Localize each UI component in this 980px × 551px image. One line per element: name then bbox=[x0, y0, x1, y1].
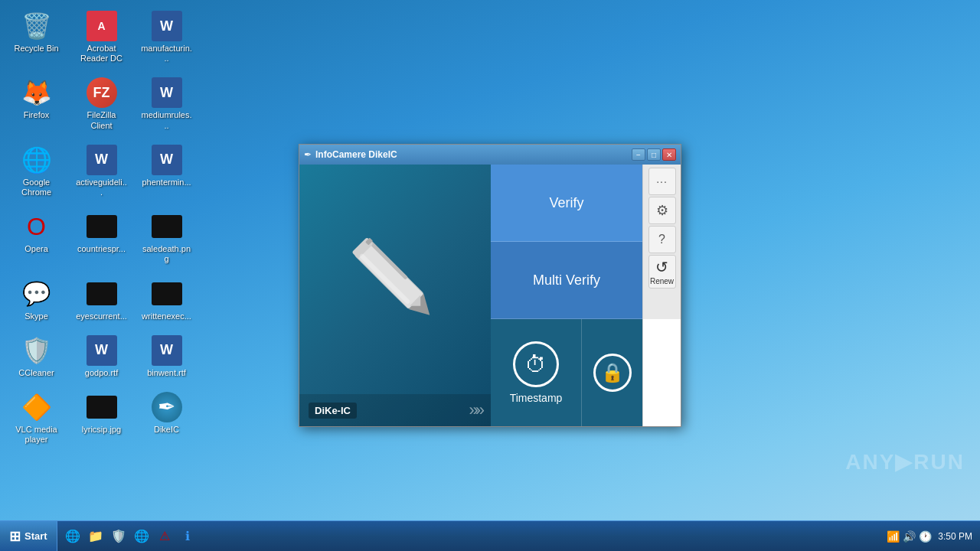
firefox-label: Firefox bbox=[24, 110, 50, 120]
filezilla-icon[interactable]: FZ FileZilla Client bbox=[73, 74, 130, 133]
filezilla-image: FZ bbox=[87, 77, 117, 108]
window-title: InfoCamere DikeIC bbox=[315, 149, 628, 160]
taskbar-time: 3:50 PM bbox=[938, 531, 972, 542]
saledeath-label: saledeath.png bbox=[141, 244, 192, 264]
eyescurrent-icon[interactable]: eyescurrent... bbox=[73, 276, 130, 324]
renew-button[interactable]: ↺ Renew bbox=[648, 255, 676, 289]
close-button[interactable]: ✕ bbox=[662, 148, 676, 161]
binwent-image: W bbox=[152, 335, 182, 366]
ccleaner-label: CCleaner bbox=[18, 368, 54, 378]
start-button[interactable]: ⊞ Start bbox=[0, 521, 57, 551]
acrobat-image: A bbox=[87, 11, 117, 41]
dike-window: ✒ InfoCamere DikeIC − □ ✕ bbox=[299, 144, 681, 427]
countriespr-icon[interactable]: countriespr... bbox=[73, 208, 130, 267]
writtenexec-label: writtenexec... bbox=[142, 311, 191, 321]
lock-button[interactable]: 🔒 bbox=[581, 319, 642, 426]
phentermin-icon[interactable]: W phentermin... bbox=[138, 142, 195, 201]
saledeath-icon[interactable]: saledeath.png bbox=[138, 208, 195, 267]
desktop: 🗑️ Recycle Bin A Acrobat Reader DC W man… bbox=[0, 0, 980, 520]
taskbar-shield-icon[interactable]: 🛡️ bbox=[109, 527, 128, 546]
writtenexec-icon[interactable]: writtenexec... bbox=[138, 276, 195, 324]
taskbar-icons: 🌐 📁 🛡️ 🌐 ⚠ ℹ bbox=[57, 527, 203, 546]
activeguide-label: activeguideli... bbox=[76, 178, 127, 197]
taskbar-ie-icon[interactable]: 🌐 bbox=[64, 527, 82, 546]
acrobat-icon[interactable]: A Acrobat Reader DC bbox=[73, 8, 130, 67]
saledeath-image bbox=[152, 211, 182, 242]
phentermin-label: phentermin... bbox=[142, 178, 191, 187]
skype-image: 💬 bbox=[21, 279, 52, 309]
windows-orb: ⊞ bbox=[9, 528, 21, 545]
manufacturing-label: manufacturin... bbox=[141, 44, 192, 64]
binwent-icon[interactable]: W binwent.rtf bbox=[138, 332, 195, 381]
ccleaner-icon[interactable]: 🛡️ CCleaner bbox=[8, 332, 65, 381]
help-button[interactable]: ? bbox=[648, 226, 676, 253]
recycle-bin-image: 🗑️ bbox=[21, 11, 52, 41]
phentermin-image: W bbox=[152, 145, 182, 175]
volume-icon[interactable]: 🔊 bbox=[903, 530, 916, 543]
start-label: Start bbox=[24, 530, 47, 542]
skype-label: Skype bbox=[24, 311, 48, 321]
godpo-icon[interactable]: W godpo.rtf bbox=[73, 332, 130, 381]
verify-label: Verify bbox=[549, 195, 583, 211]
lyricsip-icon[interactable]: lyricsip.jpg bbox=[73, 389, 130, 448]
dikeic-image: ✒ bbox=[152, 392, 182, 422]
pen-graphic bbox=[299, 165, 491, 394]
recycle-bin-icon[interactable]: 🗑️ Recycle Bin bbox=[8, 8, 65, 67]
mediumrules-icon[interactable]: W mediumrules... bbox=[138, 74, 195, 133]
lock-icon: 🔒 bbox=[593, 354, 632, 392]
countriespr-label: countriespr... bbox=[77, 244, 126, 254]
vlc-label: VLC media player bbox=[11, 425, 62, 445]
activeguide-icon[interactable]: W activeguideli... bbox=[73, 142, 130, 201]
dikeic-label: DikeIC bbox=[154, 425, 179, 435]
sidebar-buttons: ··· ⚙ ? ↺ Renew bbox=[642, 165, 681, 319]
acrobat-label: Acrobat Reader DC bbox=[76, 44, 127, 64]
taskbar-chrome-icon[interactable]: 🌐 bbox=[132, 527, 151, 546]
taskbar: ⊞ Start 🌐 📁 🛡️ 🌐 ⚠ ℹ 📶 🔊 🕐 3:50 PM bbox=[0, 520, 980, 551]
pen-svg bbox=[345, 218, 445, 341]
dike-ic-label: DiKe-IC bbox=[309, 403, 357, 419]
window-title-icon: ✒ bbox=[304, 149, 312, 160]
forward-arrows[interactable]: »» bbox=[469, 400, 482, 420]
bottom-right: ⏱ Timestamp 🔒 bbox=[491, 319, 681, 426]
taskbar-folder-icon[interactable]: 📁 bbox=[87, 527, 105, 546]
verify-button[interactable]: Verify bbox=[491, 165, 642, 242]
countriespr-image bbox=[87, 211, 117, 242]
taskbar-info-icon[interactable]: ℹ bbox=[178, 527, 197, 546]
maximize-button[interactable]: □ bbox=[647, 148, 661, 161]
mediumrules-label: mediumrules... bbox=[141, 110, 192, 130]
manufacturing-image: W bbox=[152, 11, 182, 41]
more-options-button[interactable]: ··· bbox=[648, 168, 676, 195]
desktop-icon-grid: 🗑️ Recycle Bin A Acrobat Reader DC W man… bbox=[0, 0, 203, 455]
window-controls: − □ ✕ bbox=[632, 148, 676, 161]
writtenexec-image bbox=[152, 279, 182, 309]
vlc-icon[interactable]: 🔶 VLC media player bbox=[8, 389, 65, 448]
chrome-image: 🌐 bbox=[21, 145, 52, 175]
network-icon[interactable]: 📶 bbox=[887, 530, 900, 543]
firefox-icon[interactable]: 🦊 Firefox bbox=[8, 74, 65, 133]
ccleaner-image: 🛡️ bbox=[21, 335, 52, 366]
right-panel: Verify Multi Verify ··· ⚙ ? ↺ Renew bbox=[491, 165, 681, 426]
settings-button[interactable]: ⚙ bbox=[648, 197, 676, 224]
top-right: Verify Multi Verify ··· ⚙ ? ↺ Renew bbox=[491, 165, 681, 319]
timestamp-label: Timestamp bbox=[510, 392, 563, 404]
system-tray-icons: 📶 🔊 🕐 bbox=[887, 530, 932, 543]
activeguide-image: W bbox=[87, 145, 117, 175]
opera-icon[interactable]: O Opera bbox=[8, 208, 65, 267]
recycle-bin-label: Recycle Bin bbox=[14, 44, 58, 54]
binwent-label: binwent.rtf bbox=[147, 368, 186, 378]
manufacturing-icon[interactable]: W manufacturin... bbox=[138, 8, 195, 67]
chrome-icon[interactable]: 🌐 Google Chrome bbox=[8, 142, 65, 201]
taskbar-alert-icon[interactable]: ⚠ bbox=[155, 527, 174, 546]
action-buttons: Verify Multi Verify bbox=[491, 165, 642, 319]
dikeic-icon[interactable]: ✒ DikeIC bbox=[138, 389, 195, 448]
timestamp-icon: ⏱ bbox=[513, 341, 559, 387]
minimize-button[interactable]: − bbox=[632, 148, 645, 161]
timestamp-button[interactable]: ⏱ Timestamp bbox=[491, 319, 581, 426]
firefox-image: 🦊 bbox=[21, 77, 52, 108]
multi-verify-label: Multi Verify bbox=[533, 272, 600, 289]
anyrun-watermark: ANY▶RUN bbox=[845, 449, 965, 474]
skype-icon[interactable]: 💬 Skype bbox=[8, 276, 65, 324]
multi-verify-button[interactable]: Multi Verify bbox=[491, 242, 642, 319]
eyescurrent-image bbox=[87, 279, 117, 309]
filezilla-label: FileZilla Client bbox=[76, 110, 127, 130]
